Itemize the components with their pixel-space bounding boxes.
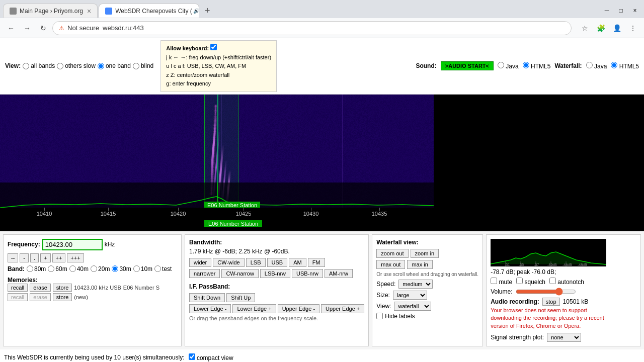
freq-inc-small[interactable]: + [40, 253, 50, 262]
fm-btn[interactable]: FM [308, 258, 325, 267]
narrower-btn[interactable]: narrower [189, 269, 220, 278]
lower-edge-plus-btn[interactable]: Lower Edge + [232, 304, 276, 313]
band-40m-radio[interactable] [69, 265, 76, 272]
tab-websdr[interactable]: WebSDR Cherepovets City ( 🔊 × [99, 4, 199, 18]
recall-btn-1[interactable]: recall [8, 284, 28, 292]
view-all-bands[interactable]: all bands [23, 62, 55, 69]
freq-dec-dot[interactable]: . [30, 253, 39, 262]
cw-wide-btn[interactable]: CW-wide [213, 258, 244, 267]
sound-html5-option[interactable]: HTML5 [523, 62, 551, 70]
recall-btn-2[interactable]: recall [8, 293, 28, 301]
autonotch-option[interactable]: autonotch [549, 278, 584, 286]
cw-narrow-btn[interactable]: CW-narrow [221, 269, 258, 278]
usb-btn[interactable]: USB [267, 258, 288, 267]
max-out-btn[interactable]: max out [376, 260, 405, 269]
zoom-in-btn[interactable]: zoom in [411, 249, 439, 258]
compact-view-option[interactable]: compact view [189, 353, 233, 361]
band-30m[interactable]: 30m [112, 265, 131, 273]
band-20m-radio[interactable] [91, 265, 97, 272]
lower-edge-minus-btn[interactable]: Lower Edge - [189, 304, 231, 313]
erase-btn-1[interactable]: erase [30, 284, 51, 292]
view-one-band[interactable]: one band [98, 62, 131, 69]
wf-view-select[interactable]: spectrum waterfall both [394, 302, 431, 311]
reload-button[interactable]: ↻ [36, 21, 50, 35]
extensions-btn[interactable]: 🧩 [594, 21, 608, 35]
view-blind[interactable]: blind [133, 62, 153, 69]
compact-view-checkbox[interactable] [189, 353, 195, 360]
squelch-checkbox[interactable] [516, 278, 523, 284]
sound-html5-radio[interactable] [523, 62, 529, 68]
menu-btn[interactable]: ⋮ [626, 21, 640, 35]
band-10m[interactable]: 10m [133, 265, 152, 273]
freq-dec-large[interactable]: -- [8, 253, 18, 262]
mute-checkbox[interactable] [491, 278, 497, 284]
frequency-input[interactable]: 10423.00 [42, 239, 103, 250]
maximize-btn[interactable]: □ [615, 5, 627, 17]
tab-main[interactable]: Main Page › Priyom.org × [3, 4, 98, 18]
lsb-nrw-btn[interactable]: LSB-nrw [260, 269, 290, 278]
band-80m-radio[interactable] [27, 265, 33, 272]
max-in-btn[interactable]: max in [407, 260, 432, 269]
band-60m[interactable]: 60m [48, 265, 67, 273]
lsb-btn[interactable]: LSB [246, 258, 266, 267]
sound-java-radio[interactable] [498, 62, 504, 68]
freq-inc-medium[interactable]: ++ [52, 253, 66, 262]
mute-option[interactable]: mute [491, 278, 512, 286]
volume-slider[interactable] [516, 288, 576, 296]
back-button[interactable]: ← [4, 21, 18, 35]
freq-dec-medium[interactable]: - [20, 253, 29, 262]
wf-html5-option[interactable]: HTML5 [611, 62, 639, 70]
audio-start-button[interactable]: >AUDIO START< [441, 61, 494, 70]
band-test[interactable]: test [154, 265, 172, 273]
minimize-btn[interactable]: ─ [601, 5, 613, 17]
band-test-radio[interactable] [154, 265, 161, 272]
am-btn[interactable]: AM [289, 258, 306, 267]
wider-btn[interactable]: wider [189, 258, 211, 267]
autonotch-checkbox[interactable] [549, 278, 556, 284]
wf-java-radio[interactable] [586, 62, 593, 68]
sound-java-option[interactable]: Java [498, 62, 519, 70]
wf-size-select[interactable]: small medium large [393, 291, 427, 300]
view-others-slow-radio[interactable] [57, 63, 63, 69]
address-bar[interactable]: ⚠ Not secure websdr.ru:443 [52, 21, 572, 35]
erase-btn-2[interactable]: erase [30, 293, 51, 301]
store-btn-1[interactable]: store [53, 284, 72, 292]
shift-down-btn[interactable]: Shift Down [189, 293, 225, 302]
new-tab-button[interactable]: + [200, 4, 214, 18]
view-blind-radio[interactable] [133, 63, 139, 69]
keyboard-checkbox[interactable] [210, 44, 217, 50]
bookmark-btn[interactable]: ☆ [578, 21, 592, 35]
waterfall-area[interactable]: E06 Number Station 10410 10415 10420 104… [0, 95, 644, 231]
sig-plot-select[interactable]: none small medium large [547, 333, 581, 342]
freq-inc-large[interactable]: +++ [67, 253, 84, 262]
upper-edge-plus-btn[interactable]: Upper Edge + [321, 304, 364, 313]
band-40m[interactable]: 40m [69, 265, 89, 273]
tab-main-close[interactable]: × [87, 7, 91, 15]
zoom-out-btn[interactable]: zoom out [376, 249, 408, 258]
waterfall-canvas[interactable]: E06 Number Station [0, 95, 434, 208]
usb-nrw-btn[interactable]: USB-nrw [292, 269, 323, 278]
view-one-band-radio[interactable] [98, 63, 104, 69]
squelch-option[interactable]: squelch [516, 278, 545, 286]
profile-btn[interactable]: 👤 [610, 21, 624, 35]
am-nrw-btn[interactable]: AM-nrw [325, 269, 353, 278]
view-all-bands-radio[interactable] [23, 63, 29, 69]
band-10m-radio[interactable] [133, 265, 140, 272]
wf-speed-select[interactable]: slow medium fast [398, 280, 433, 289]
band-60m-radio[interactable] [48, 265, 54, 272]
hide-labels-checkbox[interactable] [376, 313, 383, 319]
band-20m[interactable]: 20m [91, 265, 110, 273]
store-btn-2[interactable]: store [53, 293, 72, 301]
upper-edge-minus-btn[interactable]: Upper Edge - [278, 304, 319, 313]
wf-html5-radio[interactable] [611, 62, 617, 68]
view-others-slow[interactable]: others slow [57, 62, 96, 69]
signal-info: -78.7 dB; peak -76.0 dB; [491, 268, 636, 276]
wf-java-option[interactable]: Java [586, 62, 607, 70]
forward-button[interactable]: → [20, 21, 34, 35]
close-btn[interactable]: × [629, 5, 641, 17]
shift-up-btn[interactable]: Shift Up [226, 293, 255, 302]
band-80m[interactable]: 80m [27, 265, 46, 273]
band-30m-radio[interactable] [112, 265, 118, 272]
stop-recording-btn[interactable]: stop [542, 298, 560, 306]
waterfall-visualization[interactable]: E06 Number Station 10410 10415 10420 104… [0, 95, 434, 231]
